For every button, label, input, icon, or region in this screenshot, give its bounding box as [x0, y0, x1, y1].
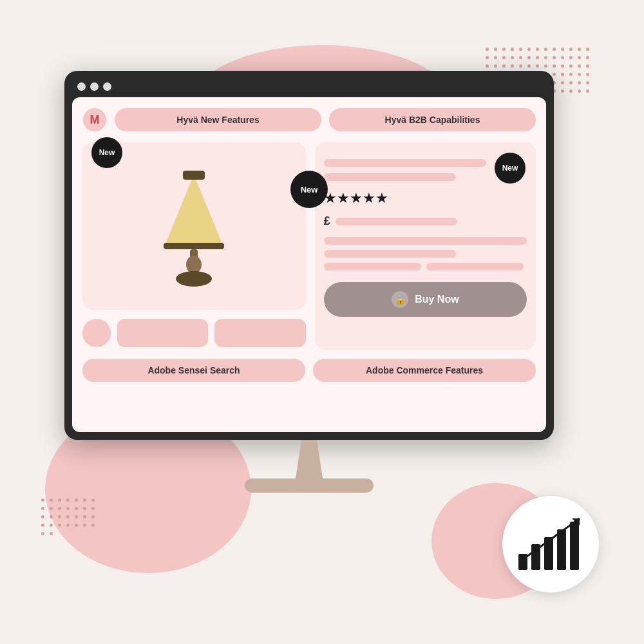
svg-point-6: [186, 256, 202, 274]
titlebar-dot-2: [90, 82, 99, 91]
stars-row: ★★★★★: [324, 190, 527, 207]
new-badge-product: New: [91, 137, 122, 168]
nav-pill-commerce[interactable]: Adobe Commerce Features: [313, 359, 536, 382]
nav-pill-sensei[interactable]: Adobe Sensei Search: [82, 359, 305, 382]
dot-grid-bottom-left: [39, 496, 103, 560]
bar-chart-svg: [515, 515, 586, 573]
svg-rect-12: [570, 522, 579, 570]
detail-line-1: [324, 237, 527, 245]
svg-marker-2: [165, 175, 223, 245]
svg-rect-4: [164, 243, 224, 249]
price-row: £: [324, 214, 527, 228]
screen-topbar: M Hyvä New Features Hyvä B2B Capabilitie…: [82, 108, 536, 132]
monitor-stand: [64, 440, 554, 493]
price-line: [336, 218, 457, 225]
scene: M Hyvä New Features Hyvä B2B Capabilitie…: [32, 32, 612, 612]
dots-row: [82, 316, 306, 350]
product-card: New: [82, 142, 306, 310]
right-panel: New ★★★★★ £: [315, 142, 536, 350]
placeholder-line-1: [324, 159, 486, 167]
svg-text:M: M: [90, 113, 100, 126]
dot-wide-2: [214, 319, 305, 347]
svg-point-7: [176, 271, 212, 287]
left-panel: New: [82, 142, 306, 350]
buy-now-button[interactable]: 🔒 Buy Now: [324, 282, 527, 317]
detail-lines: [324, 237, 527, 270]
svg-rect-3: [183, 171, 205, 180]
cart-icon: 🔒: [392, 291, 408, 308]
nav-pill-hyva-features[interactable]: Hyvä New Features: [115, 108, 321, 131]
monitor-titlebar: [72, 79, 546, 97]
lamp-illustration: [152, 162, 236, 290]
svg-rect-11: [557, 529, 566, 570]
dot-circle-1: [82, 319, 111, 347]
new-badge-center: New: [290, 171, 328, 208]
detail-line-4: [426, 263, 524, 270]
nav-pill-b2b[interactable]: Hyvä B2B Capabilities: [329, 108, 536, 131]
magento-logo-icon: M: [82, 108, 107, 132]
monitor-outer: M Hyvä New Features Hyvä B2B Capabilitie…: [64, 71, 554, 440]
stand-neck: [290, 440, 328, 478]
stand-base: [245, 478, 374, 493]
new-badge-right: New: [495, 153, 526, 184]
titlebar-dot-1: [77, 82, 86, 91]
detail-line-3: [324, 263, 421, 270]
chart-circle: [502, 496, 599, 592]
placeholder-line-2: [324, 173, 456, 181]
monitor-screen: M Hyvä New Features Hyvä B2B Capabilitie…: [72, 97, 546, 432]
dot-wide-1: [117, 319, 208, 347]
detail-line-2: [324, 250, 456, 258]
bottom-nav: Adobe Sensei Search Adobe Commerce Featu…: [82, 359, 536, 382]
monitor: M Hyvä New Features Hyvä B2B Capabilitie…: [64, 71, 554, 493]
titlebar-dot-3: [103, 82, 111, 91]
